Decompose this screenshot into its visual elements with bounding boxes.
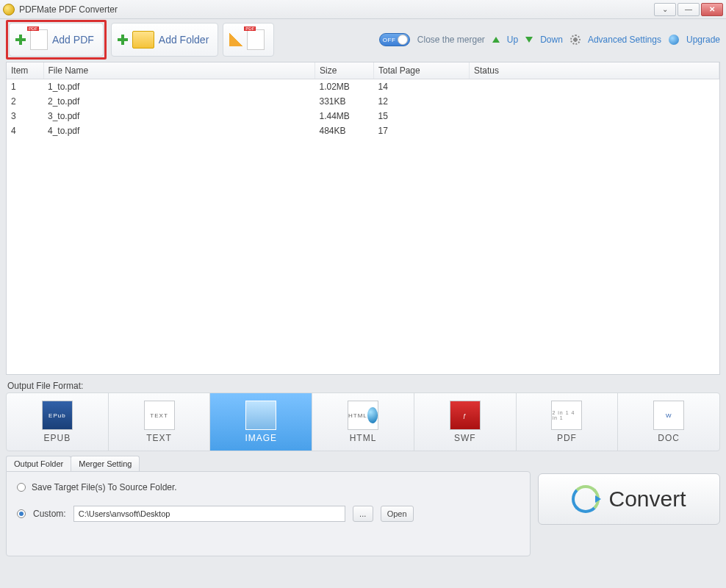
cell-size: 1.44MB <box>315 109 374 123</box>
pencil-icon <box>229 33 242 46</box>
add-pdf-label: Add PDF <box>52 34 94 46</box>
arrow-up-icon <box>492 37 500 43</box>
file-table-container: Item File Name Size Total Page Status 11… <box>6 62 720 375</box>
format-label: PDF <box>557 433 577 443</box>
tab-merger-setting[interactable]: Merger Setting <box>71 456 140 471</box>
table-row[interactable]: 11_to.pdf1.02MB14 <box>7 79 719 95</box>
radio-custom[interactable] <box>17 509 26 518</box>
cell-file: 2_to.pdf <box>43 94 315 109</box>
globe-icon <box>669 35 679 45</box>
cell-status <box>470 123 719 138</box>
epub-icon: EPub <box>42 401 73 430</box>
col-file[interactable]: File Name <box>43 62 315 79</box>
tab-output-folder[interactable]: Output Folder <box>6 456 71 471</box>
cell-total: 15 <box>374 109 470 123</box>
col-size[interactable]: Size <box>315 62 374 79</box>
add-pdf-highlight: Add PDF <box>6 20 107 60</box>
format-swf[interactable]: ƒSWF <box>414 393 517 451</box>
doc-icon: W <box>653 401 684 430</box>
file-table: Item File Name Size Total Page Status 11… <box>7 62 719 138</box>
format-label: SWF <box>454 433 476 443</box>
format-label: HTML <box>350 433 377 443</box>
cell-item: 3 <box>7 109 43 123</box>
format-text[interactable]: TEXTTEXT <box>109 393 211 451</box>
format-section-label: Output File Format: <box>7 381 719 391</box>
arrow-down-icon <box>525 37 533 43</box>
col-item[interactable]: Item <box>7 62 43 79</box>
format-label: DOC <box>658 433 680 443</box>
cell-size: 1.02MB <box>315 79 374 95</box>
format-doc[interactable]: WDOC <box>618 393 719 451</box>
save-source-label: Save Target File(s) To Source Folder. <box>32 482 177 492</box>
convert-button[interactable]: Convert <box>538 473 720 525</box>
edit-button[interactable] <box>223 23 274 57</box>
toolbar: Add PDF Add Folder OFF Close the merger … <box>0 19 726 60</box>
cell-total: 12 <box>374 94 470 109</box>
format-epub[interactable]: EPubEPUB <box>7 393 109 451</box>
gear-icon <box>570 35 581 45</box>
text-icon: TEXT <box>144 401 175 430</box>
custom-path-input[interactable] <box>73 506 345 522</box>
open-folder-button[interactable]: Open <box>381 506 414 522</box>
format-bar: EPubEPUBTEXTTEXTIMAGEHTMLHTMLƒSWF2 in 1 … <box>6 392 720 451</box>
swf-icon: ƒ <box>450 401 481 430</box>
html-icon: HTML <box>348 401 378 430</box>
add-folder-label: Add Folder <box>159 34 209 46</box>
cell-status <box>470 79 719 95</box>
table-row[interactable]: 22_to.pdf331KB12 <box>7 94 719 109</box>
merger-toggle[interactable]: OFF <box>379 33 410 46</box>
help-button[interactable]: ⌄ <box>654 3 676 16</box>
convert-icon <box>572 485 600 513</box>
format-html[interactable]: HTMLHTML <box>312 393 414 451</box>
cell-size: 331KB <box>315 94 374 109</box>
move-down-link[interactable]: Down <box>540 35 563 45</box>
cell-item: 4 <box>7 123 43 138</box>
output-area: Output Folder Merger Setting Save Target… <box>6 456 720 556</box>
add-pdf-button[interactable]: Add PDF <box>9 23 104 57</box>
titlebar: PDFMate PDF Converter ⌄ — ✕ <box>0 0 726 19</box>
cell-file: 3_to.pdf <box>43 109 315 123</box>
cell-file: 4_to.pdf <box>43 123 315 138</box>
window-title: PDFMate PDF Converter <box>19 4 118 15</box>
output-tab-body: Save Target File(s) To Source Folder. Cu… <box>6 471 531 556</box>
cell-total: 17 <box>374 123 470 138</box>
upgrade-link[interactable]: Upgrade <box>686 35 720 45</box>
toggle-knob <box>398 35 408 45</box>
cell-item: 2 <box>7 94 43 109</box>
pdf-icon: 2 in 1 4 in 1 <box>551 401 582 430</box>
col-total[interactable]: Total Page <box>374 62 470 79</box>
close-button[interactable]: ✕ <box>701 3 723 16</box>
cell-total: 14 <box>374 79 470 95</box>
format-label: IMAGE <box>245 433 277 443</box>
radio-source-folder[interactable] <box>17 483 26 492</box>
right-actions: OFF Close the merger Up Down Advanced Se… <box>379 33 720 46</box>
col-status[interactable]: Status <box>470 62 719 79</box>
toggle-off-label: OFF <box>383 37 396 43</box>
pdf-doc-icon <box>247 29 265 50</box>
format-label: TEXT <box>146 433 172 443</box>
add-folder-button[interactable]: Add Folder <box>111 23 218 57</box>
minimize-button[interactable]: — <box>678 3 700 16</box>
format-image[interactable]: IMAGE <box>210 393 312 451</box>
convert-label: Convert <box>608 487 686 512</box>
cell-size: 484KB <box>315 123 374 138</box>
cell-status <box>470 94 719 109</box>
pdf-doc-icon <box>30 29 48 50</box>
table-row[interactable]: 33_to.pdf1.44MB15 <box>7 109 719 123</box>
app-icon <box>3 4 15 15</box>
image-icon <box>245 401 276 430</box>
folder-icon <box>132 31 154 49</box>
table-row[interactable]: 44_to.pdf484KB17 <box>7 123 719 138</box>
format-pdf[interactable]: 2 in 1 4 in 1PDF <box>517 393 619 451</box>
close-merger-link[interactable]: Close the merger <box>417 35 485 45</box>
custom-label: Custom: <box>33 509 66 519</box>
format-label: EPUB <box>44 433 71 443</box>
cell-status <box>470 109 719 123</box>
browse-button[interactable]: ... <box>353 506 373 522</box>
cell-item: 1 <box>7 79 43 95</box>
plus-icon <box>15 35 26 45</box>
cell-file: 1_to.pdf <box>43 79 315 95</box>
plus-icon <box>118 35 128 45</box>
move-up-link[interactable]: Up <box>507 35 518 45</box>
advanced-settings-link[interactable]: Advanced Settings <box>588 35 661 45</box>
